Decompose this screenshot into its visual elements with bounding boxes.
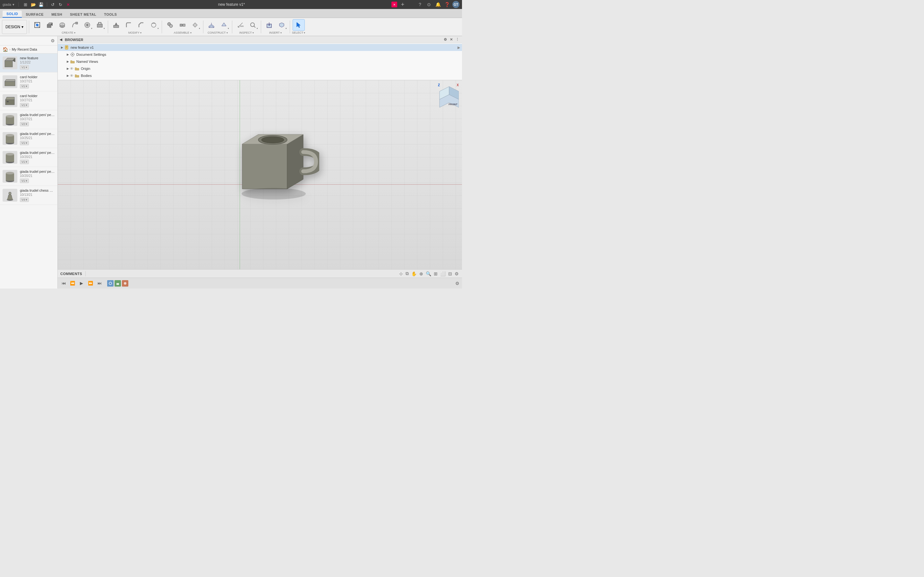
browser-tree: ▶ new feature v1 ▶ ▶ Document Settings	[58, 43, 462, 80]
3d-model[interactable]	[216, 125, 319, 215]
tab-tools[interactable]: TOOLS	[100, 11, 121, 18]
svg-point-83	[124, 282, 126, 285]
tab-mesh[interactable]: MESH	[47, 11, 66, 18]
cursor-icon[interactable]: ⊹	[399, 271, 404, 277]
view-icon[interactable]: ⊞	[433, 271, 438, 277]
sweep-button[interactable]	[69, 19, 81, 31]
account-icon[interactable]: ⊙	[425, 1, 433, 8]
list-item[interactable]: giada trudel pen/ pencil holder 10/20/21…	[0, 148, 57, 167]
settings-bottom-icon[interactable]: ⚙	[454, 271, 459, 277]
list-item[interactable]: card holder 10/27/21 V1 ▾	[0, 91, 57, 110]
version-dropdown[interactable]: V1 ▾	[20, 103, 29, 107]
help-icon[interactable]: ?	[417, 1, 423, 8]
tree-eye-icon[interactable]: 👁	[70, 67, 73, 71]
list-item[interactable]: card holder 10/27/21 V1 ▾	[0, 73, 57, 91]
version-dropdown[interactable]: V1 ▾	[20, 179, 29, 183]
notifications-icon[interactable]: 🔔	[435, 1, 441, 8]
revolve-button[interactable]	[56, 19, 68, 31]
insert-button[interactable]	[263, 19, 275, 31]
timeline-item-cut[interactable]	[122, 280, 128, 287]
browser-collapse-icon[interactable]: ◀	[60, 38, 62, 41]
list-item[interactable]: new feature 1/12/22 V1 ▾	[0, 53, 57, 73]
browser-drag-icon[interactable]: ⋮	[455, 37, 460, 42]
tree-eye2-icon[interactable]: 👁	[70, 74, 73, 77]
version-dropdown[interactable]: V1 ▾	[20, 84, 29, 89]
version-dropdown[interactable]: V1 ▾	[20, 160, 29, 164]
apps-grid-icon[interactable]: ⊞	[23, 1, 29, 8]
list-item[interactable]: giada trudel pen/ pencil holder 10/25/21…	[0, 129, 57, 148]
tab-surface[interactable]: SURFACE	[22, 11, 47, 18]
close-tab-button[interactable]: ✕	[391, 2, 397, 7]
new-tab-button[interactable]: +	[399, 1, 406, 8]
tree-item-named-views[interactable]: ▶ Named Views	[58, 58, 462, 65]
chamfer-button[interactable]	[135, 19, 147, 31]
hand-icon[interactable]: ✋	[411, 271, 417, 277]
open-file-icon[interactable]: 📂	[30, 1, 37, 8]
grid-icon[interactable]: ⊟	[447, 271, 453, 277]
measure-button[interactable]: mm	[234, 19, 246, 31]
tree-item-origin[interactable]: ▶ 👁 Origin	[58, 65, 462, 72]
construct-more-button[interactable]: ▾	[218, 19, 230, 31]
timeline-play-button[interactable]: ▶	[78, 279, 86, 287]
inspect-more-button[interactable]: ▾	[247, 19, 259, 31]
undo-icon[interactable]: ↺	[50, 1, 56, 8]
assemble-more-button[interactable]: ▾	[189, 19, 201, 31]
timeline-settings-icon[interactable]: ⚙	[455, 280, 460, 287]
modify-more-button[interactable]: ▾	[148, 19, 160, 31]
browser-close-icon[interactable]: ✕	[449, 37, 454, 42]
zoom-icon[interactable]: 🔍	[425, 271, 432, 277]
create-sketch-button[interactable]	[31, 19, 43, 31]
tree-item-doc-settings[interactable]: ▶ Document Settings	[58, 51, 462, 58]
svg-marker-37	[297, 23, 300, 27]
fillet-button[interactable]	[123, 19, 135, 31]
tab-sheet-metal[interactable]: SHEET METAL	[66, 11, 100, 18]
timeline-start-button[interactable]: ⏮	[60, 279, 67, 287]
list-item[interactable]: giada trudel chess piece 10/13/21 V4 ▾	[0, 186, 57, 205]
insert-more-button[interactable]: ▾	[276, 19, 288, 31]
design-button[interactable]: DESIGN ▾	[2, 20, 27, 34]
redo-icon[interactable]: ↻	[57, 1, 64, 8]
select-button[interactable]	[292, 19, 305, 31]
sidebar-settings-icon[interactable]: ⚙	[51, 38, 55, 43]
item-name: giada trudel pen/ pencil holder	[20, 151, 55, 155]
joint-button[interactable]	[176, 19, 189, 31]
list-item[interactable]: giada trudel pen/ pencil holder 10/20/21…	[0, 167, 57, 186]
list-item[interactable]: giada trudel pen/ pencil holder 10/27/21…	[0, 110, 57, 129]
app-name: giada	[3, 3, 11, 6]
svg-point-66	[72, 54, 73, 55]
timeline-item-extrude[interactable]	[115, 280, 121, 287]
copy-icon[interactable]: ⧉	[405, 270, 409, 277]
svg-rect-82	[116, 283, 119, 285]
tree-item-root[interactable]: ▶ new feature v1 ▶	[58, 44, 462, 51]
extrude-button[interactable]	[44, 19, 56, 31]
tab-solid[interactable]: SOLID	[3, 11, 22, 18]
app-logo-dropdown[interactable]: ▾	[13, 3, 15, 7]
timeline-prev-button[interactable]: ⏪	[69, 279, 76, 287]
version-dropdown[interactable]: V1 ▾	[20, 65, 29, 69]
timeline-next-button[interactable]: ⏩	[87, 279, 94, 287]
avatar[interactable]: GT	[452, 1, 459, 8]
timeline-end-button[interactable]: ⏭	[95, 279, 103, 287]
zoom-fit-icon[interactable]: ⊕	[419, 271, 424, 277]
display-icon[interactable]: ⬜	[439, 271, 446, 277]
version-dropdown[interactable]: V2 ▾	[20, 122, 29, 126]
timeline-item-sketch[interactable]	[107, 280, 113, 287]
assemble-button[interactable]	[164, 19, 176, 31]
press-pull-button[interactable]	[110, 19, 122, 31]
version-dropdown[interactable]: V1 ▾	[20, 141, 29, 145]
view-cube[interactable]: FRONT X Z	[433, 83, 459, 109]
tree-item-bodies[interactable]: ▶ 👁 Bodies	[58, 72, 462, 79]
create-more-button2[interactable]: ▾	[94, 19, 106, 31]
app-logo[interactable]: giada ▾	[3, 3, 15, 7]
version-dropdown[interactable]: V4 ▾	[20, 197, 29, 202]
create-more-button[interactable]: ▾	[81, 19, 94, 31]
tree-play-icon[interactable]: ▶	[457, 45, 460, 50]
browser-settings-icon[interactable]: ⚙	[443, 37, 448, 42]
help2-icon[interactable]: ❓	[443, 1, 451, 8]
save-icon[interactable]: 💾	[38, 1, 44, 8]
item-date: 10/27/21	[20, 98, 55, 102]
stop-icon[interactable]: ✕	[65, 1, 71, 8]
home-icon[interactable]: 🏠	[3, 47, 8, 52]
3d-canvas[interactable]: FRONT X Z	[58, 80, 462, 269]
plane-button[interactable]	[205, 19, 218, 31]
